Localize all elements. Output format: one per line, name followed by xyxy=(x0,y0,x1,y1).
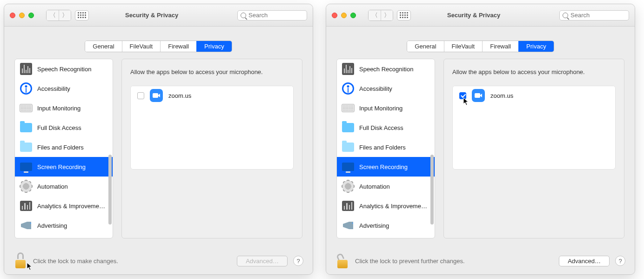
lock-text: Click the lock to prevent further change… xyxy=(355,258,465,265)
tabs: General FileVault Firewall Privacy xyxy=(407,41,554,52)
search-input[interactable] xyxy=(248,12,295,19)
prefs-window-left: 〈 〉 Security & Privacy General FileVault xyxy=(4,4,313,275)
titlebar: 〈 〉 Security & Privacy xyxy=(4,4,313,27)
scrollbar-thumb[interactable] xyxy=(108,155,112,225)
list-row-empty xyxy=(131,105,293,121)
sidebar-item-full-disk[interactable]: Full Disk Access xyxy=(337,118,435,137)
folder-icon xyxy=(20,123,32,132)
sidebar-item-screen-recording[interactable]: Screen Recording xyxy=(337,157,435,177)
list-row-empty xyxy=(131,121,293,137)
search-icon xyxy=(563,13,568,18)
sidebar-item-label: Input Monitoring xyxy=(37,105,80,112)
sidebar-item-files-folders[interactable]: Files and Folders xyxy=(15,137,113,157)
sidebar-item-label: Automation xyxy=(359,183,390,190)
minimize-icon[interactable] xyxy=(341,13,347,18)
show-all-button[interactable] xyxy=(75,10,89,20)
folder-icon xyxy=(20,143,32,152)
tabs-row: General FileVault Firewall Privacy xyxy=(326,27,635,59)
help-button[interactable]: ? xyxy=(293,256,303,266)
window-title: Security & Privacy xyxy=(447,12,500,19)
privacy-sidebar: Speech Recognition Accessibility Input M… xyxy=(336,59,435,238)
sidebar-item-advertising[interactable]: Advertising xyxy=(15,216,113,235)
sidebar-item-input-monitoring[interactable]: Input Monitoring xyxy=(15,98,113,118)
forward-button[interactable]: 〉 xyxy=(381,10,393,20)
keyboard-icon xyxy=(20,104,33,112)
app-checkbox[interactable] xyxy=(459,92,466,99)
advanced-button[interactable]: Advanced… xyxy=(559,256,610,266)
detail-pane: Allow the apps below to access your micr… xyxy=(121,59,302,238)
sidebar-item-label: Speech Recognition xyxy=(359,66,413,73)
nav-buttons: 〈 〉 xyxy=(46,10,71,21)
sidebar-item-speech[interactable]: Speech Recognition xyxy=(337,59,435,79)
sidebar-item-full-disk[interactable]: Full Disk Access xyxy=(15,118,113,137)
zoom-icon[interactable] xyxy=(28,13,34,18)
back-button[interactable]: 〈 xyxy=(369,10,381,20)
megaphone-icon xyxy=(21,222,31,229)
sidebar-item-files-folders[interactable]: Files and Folders xyxy=(337,137,435,157)
show-all-button[interactable] xyxy=(397,10,411,20)
zoom-icon xyxy=(150,89,163,102)
tab-filevault[interactable]: FileVault xyxy=(122,41,161,52)
monitor-icon xyxy=(342,163,354,171)
lock-button[interactable] xyxy=(13,252,27,269)
sidebar-item-speech[interactable]: Speech Recognition xyxy=(15,59,113,79)
search-field[interactable] xyxy=(237,10,307,20)
search-input[interactable] xyxy=(570,12,617,19)
sidebar-item-accessibility[interactable]: Accessibility xyxy=(337,79,435,98)
folder-icon xyxy=(342,143,354,152)
close-icon[interactable] xyxy=(332,13,337,18)
zoom-icon[interactable] xyxy=(350,13,356,18)
tab-privacy[interactable]: Privacy xyxy=(196,41,232,52)
tab-firewall[interactable]: Firewall xyxy=(160,41,196,52)
gear-icon xyxy=(342,181,354,192)
tabs-row: General FileVault Firewall Privacy xyxy=(4,27,313,59)
lock-button[interactable] xyxy=(335,252,349,269)
sidebar-item-label: Screen Recording xyxy=(37,163,86,170)
sidebar-item-label: Accessibility xyxy=(37,85,70,92)
grid-icon xyxy=(78,12,86,18)
sidebar-item-analytics[interactable]: Analytics & Improveme… xyxy=(15,196,113,216)
traffic-lights xyxy=(10,13,42,18)
app-name: zoom.us xyxy=(168,92,191,99)
app-row: zoom.us xyxy=(131,86,293,105)
tab-general[interactable]: General xyxy=(407,41,443,52)
sidebar-item-accessibility[interactable]: Accessibility xyxy=(15,79,113,98)
privacy-sidebar: Speech Recognition Accessibility Input M… xyxy=(14,59,113,238)
list-row-empty xyxy=(131,154,293,170)
bars-icon xyxy=(20,201,32,211)
help-button[interactable]: ? xyxy=(615,256,625,266)
sidebar-item-label: Advertising xyxy=(37,222,67,229)
sidebar-item-screen-recording[interactable]: Screen Recording xyxy=(15,157,113,177)
sidebar-item-automation[interactable]: Automation xyxy=(337,177,435,196)
search-field[interactable] xyxy=(559,10,629,20)
detail-description: Allow the apps below to access your micr… xyxy=(452,68,616,75)
sidebar-item-input-monitoring[interactable]: Input Monitoring xyxy=(337,98,435,118)
scrollbar-thumb[interactable] xyxy=(430,155,434,225)
lock-open-icon xyxy=(335,252,349,269)
app-checkbox[interactable] xyxy=(137,92,144,99)
app-list: zoom.us xyxy=(130,86,294,170)
megaphone-icon xyxy=(343,222,353,229)
nav-buttons: 〈 〉 xyxy=(368,10,393,21)
sidebar-item-automation[interactable]: Automation xyxy=(15,177,113,196)
sidebar-item-analytics[interactable]: Analytics & Improveme… xyxy=(337,196,435,216)
app-row: zoom.us xyxy=(453,86,615,105)
tab-filevault[interactable]: FileVault xyxy=(444,41,483,52)
advanced-button[interactable]: Advanced… xyxy=(237,256,288,266)
sidebar-item-label: Advertising xyxy=(359,222,389,229)
sidebar-item-advertising[interactable]: Advertising xyxy=(337,216,435,235)
sidebar-item-label: Full Disk Access xyxy=(37,124,81,131)
tab-firewall[interactable]: Firewall xyxy=(482,41,518,52)
back-button[interactable]: 〈 xyxy=(47,10,59,20)
close-icon[interactable] xyxy=(10,13,15,18)
sidebar-item-label: Full Disk Access xyxy=(359,124,403,131)
minimize-icon[interactable] xyxy=(19,13,25,18)
tab-privacy[interactable]: Privacy xyxy=(518,41,554,52)
tab-general[interactable]: General xyxy=(85,41,121,52)
footer: Click the lock to prevent further change… xyxy=(326,247,635,274)
app-name: zoom.us xyxy=(490,92,513,99)
grid-icon xyxy=(400,12,408,18)
lock-icon xyxy=(13,252,27,269)
forward-button[interactable]: 〉 xyxy=(59,10,71,20)
window-title: Security & Privacy xyxy=(125,12,178,19)
